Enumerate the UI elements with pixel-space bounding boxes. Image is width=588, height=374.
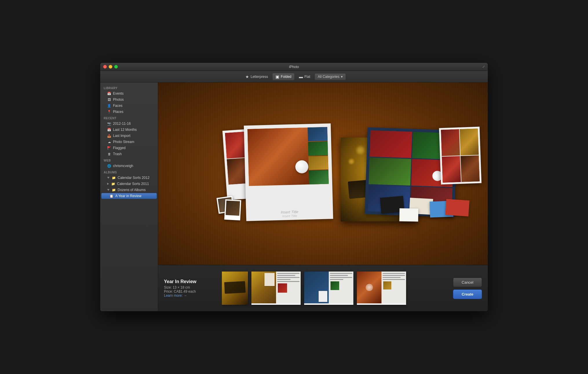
action-buttons: Cancel Create	[453, 278, 482, 299]
page-text-right	[329, 272, 353, 303]
close-button[interactable]	[103, 65, 107, 69]
album-icon: 📋	[109, 194, 114, 198]
triangle-icon	[107, 177, 109, 179]
resize-icon: ⤢	[482, 65, 485, 69]
clock-icon: 📅	[107, 128, 111, 132]
category-dropdown[interactable]: All Categories ▾	[315, 73, 346, 80]
trash-icon: 🗑	[107, 152, 111, 156]
text-line	[330, 273, 352, 274]
photo-canvas: Insert Title Insert Title	[158, 82, 488, 265]
sidebar-item-photos[interactable]: 🖼 Photos	[101, 97, 157, 102]
sidebar-item-flagged[interactable]: 🚩 Flagged	[101, 145, 157, 151]
chevron-down-icon: ▾	[341, 75, 343, 79]
folded-button[interactable]: ▣ Folded	[272, 73, 295, 80]
cancel-button[interactable]: Cancel	[453, 278, 482, 287]
inline-photo	[383, 281, 391, 289]
sidebar-item-2012-11-16[interactable]: 📷 2012-11-16	[101, 121, 157, 126]
main-card-left: Insert Title Insert Title	[244, 123, 333, 221]
folder-icon: 📁	[112, 176, 116, 180]
book-size: Size: 13 × 18 cm	[164, 285, 216, 289]
text-line	[330, 275, 348, 276]
text-line	[383, 279, 405, 280]
sidebar-item-events[interactable]: 📅 Events	[101, 91, 157, 96]
faces-icon: 👤	[107, 104, 111, 108]
frame-photo	[226, 201, 240, 216]
window-controls	[103, 65, 118, 69]
sidebar-item-last-import[interactable]: 📥 Last Import	[101, 133, 157, 139]
text-line	[330, 279, 343, 280]
letterpress-label: Letterpress	[251, 75, 268, 79]
maximize-button[interactable]	[114, 65, 118, 69]
inline-photo	[330, 281, 339, 290]
learn-more-link[interactable]: Learn more: →	[164, 294, 216, 298]
page-thumb-2[interactable]	[251, 272, 301, 305]
rg-photo	[370, 130, 412, 158]
flag-icon: 🚩	[107, 146, 111, 150]
toolbar: ★ Letterpress ▣ Folded ▬ Flat All Catego…	[100, 71, 488, 82]
learn-more-label: Learn more:	[164, 294, 183, 298]
sidebar-item-dozens[interactable]: 📁 Dozens of Albums	[101, 187, 157, 193]
sidebar: LIBRARY 📅 Events 🖼 Photos 👤 Faces 📍 Plac…	[100, 82, 158, 311]
calendar-icon: 📷	[107, 122, 111, 126]
page-text-right2	[381, 272, 406, 303]
minimize-button[interactable]	[109, 65, 112, 69]
sidebar-label-events: Events	[113, 91, 124, 96]
photos-icon: 🖼	[107, 98, 111, 102]
page-thumb-1[interactable]	[222, 272, 248, 305]
strip-photo	[308, 141, 328, 156]
web-section-label: WEB	[100, 157, 158, 163]
flat-icon: ▬	[299, 74, 303, 79]
library-section-label: LIBRARY	[100, 85, 158, 90]
fr-photo	[441, 129, 460, 156]
flat-button[interactable]: ▬ Flat	[296, 73, 313, 80]
sidebar-item-chrismcveigh[interactable]: 🌐 chrismcveigh	[101, 163, 157, 169]
strip-photo	[309, 170, 329, 185]
sidebar-label-photostream: Photo Stream	[113, 140, 134, 144]
folder-icon: 📁	[111, 182, 115, 186]
fr-photo	[442, 156, 461, 183]
rg-photo	[368, 157, 411, 185]
small-frame-2	[224, 199, 241, 221]
book-info: Year In Review Size: 13 × 18 cm Price: C…	[164, 279, 216, 298]
sidebar-label-photos: Photos	[113, 98, 124, 102]
snowball-thumb	[366, 284, 373, 291]
sidebar-label-yearinreview: A Year in Review	[115, 194, 141, 198]
triangle-icon	[107, 189, 109, 191]
main-window: iPhoto ⤢ ★ Letterpress ▣ Folded ▬ Flat A…	[100, 63, 488, 311]
sidebar-label-last12: Last 12 Months	[113, 128, 137, 132]
sidebar-item-calendar-2011[interactable]: 📁 Calendar Sorts 2011	[101, 181, 157, 187]
sidebar-item-last-12-months[interactable]: 📅 Last 12 Months	[101, 127, 157, 133]
web-icon: 🌐	[107, 164, 111, 168]
page-spread	[251, 272, 301, 303]
pages-strip	[222, 269, 447, 308]
far-right-grid	[441, 129, 480, 183]
page-thumb-4[interactable]	[357, 272, 406, 305]
sidebar-item-photo-stream[interactable]: ☁ Photo Stream	[101, 139, 157, 145]
photo-strip	[308, 127, 329, 184]
mini-photo-card	[264, 273, 275, 286]
sidebar-item-trash[interactable]: 🗑 Trash	[101, 151, 157, 157]
events-icon: 📅	[107, 91, 111, 96]
text-line	[277, 273, 300, 274]
create-button[interactable]: Create	[453, 289, 482, 299]
sidebar-label-web: chrismcveigh	[113, 164, 133, 168]
category-label: All Categories	[318, 75, 339, 79]
folded-icon: ▣	[275, 74, 279, 79]
albums-section-label: ALBUMS	[100, 169, 158, 175]
sidebar-item-year-in-review[interactable]: 📋 A Year in Review	[101, 193, 157, 199]
page-thumb-3[interactable]	[304, 272, 353, 305]
page-spread	[357, 272, 406, 303]
sidebar-label-trash: Trash	[113, 152, 122, 156]
text-line	[277, 275, 295, 276]
sidebar-item-calendar-2012[interactable]: 📁 Calendar Sorts 2012	[101, 175, 157, 181]
folder-icon: 📁	[112, 188, 116, 192]
sidebar-label-flagged: Flagged	[113, 146, 125, 150]
letterpress-button[interactable]: ★ Letterpress	[242, 73, 271, 80]
sidebar-label-places: Places	[113, 110, 123, 114]
sidebar-label-cal2011: Calendar Sorts 2011	[117, 182, 149, 186]
sidebar-item-places[interactable]: 📍 Places	[101, 109, 157, 115]
sidebar-item-faces[interactable]: 👤 Faces	[101, 103, 157, 109]
text-line	[277, 277, 300, 278]
recent-section-label: RECENT	[100, 115, 158, 120]
swatch-card-red	[445, 199, 470, 216]
